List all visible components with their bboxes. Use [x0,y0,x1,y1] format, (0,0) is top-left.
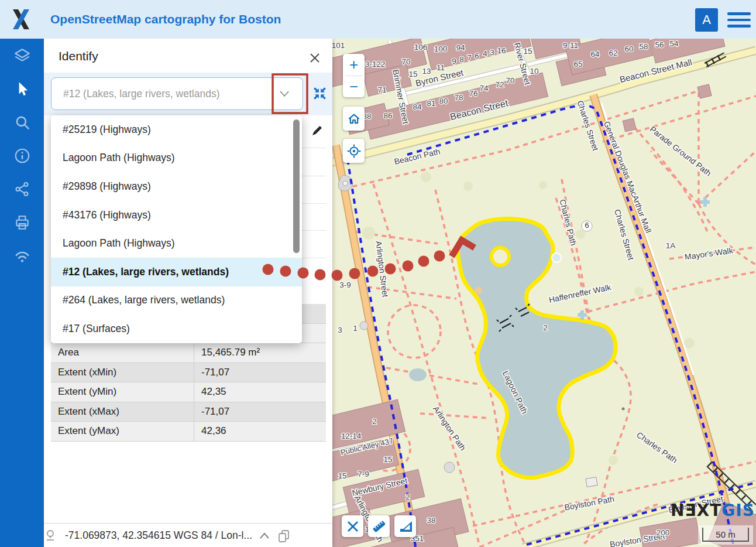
house-number: 100 [434,45,448,53]
wifi-icon [13,247,31,265]
chevron-down-icon [279,90,290,97]
app-header: OpenStreetMap cartography for Boston A [0,0,756,39]
sidebar-item-info[interactable] [0,139,44,172]
copy-icon[interactable] [277,529,291,543]
dropdown-item[interactable]: #17 (Surfaces) [51,314,302,343]
house-number: 64 [590,50,600,59]
street-label: General Douglas MacArthur Mall [602,120,654,234]
measure-area-button[interactable] [394,515,416,537]
house-number: 7 [467,53,472,62]
field-name: Extent (yMax) [51,422,194,441]
house-number: 106 [414,43,428,52]
zoom-out-button[interactable]: − [343,76,365,98]
sidebar-item-share[interactable] [0,172,44,206]
house-number: 84 [413,102,422,111]
menu-button[interactable] [727,12,751,28]
house-number: 6 [585,221,589,230]
house-number: 62 [609,49,617,57]
house-number: 101 [332,41,345,50]
field-value: 42,36 [194,422,326,441]
dropdown-item[interactable]: #12 (Lakes, large rivers, wetlands) [51,258,302,286]
map-canvas[interactable]: Byron StreetBeacon StreetBeacon Street M… [332,39,756,547]
edit-button[interactable] [311,124,325,138]
dropdown-item[interactable]: Lagoon Path (Highways) [51,144,302,173]
locate-button[interactable] [343,139,365,163]
dropdown-item[interactable]: #264 (Lakes, large rivers, wetlands) [51,286,302,315]
collapse-arrows-icon [312,86,328,101]
sidebar-item-print[interactable] [0,206,44,239]
house-number: 11 [437,63,445,72]
sidebar-item-search[interactable] [0,105,44,139]
ruler-icon [371,518,387,535]
house-number: 2 [372,417,377,426]
measure-distance-button[interactable] [368,515,390,537]
clear-measure-button[interactable] [342,515,363,537]
coordinates-value: -71.069873, 42.354615 WGS 84 / Lon-l... [65,529,252,542]
house-number: 12-14 [341,432,362,440]
field-value: 42,35 [194,382,326,402]
street-label: Charles Path [635,430,679,465]
house-number: 15 [408,70,417,78]
house-number: 71 [377,86,386,94]
page-title: OpenStreetMap cartography for Boston [50,0,281,39]
layers-icon [13,47,31,64]
feature-select[interactable]: #12 (Lakes, large rivers, wetlands) [51,77,303,110]
zoom-in-button[interactable]: + [343,54,365,76]
table-row: Extent (xMax)-71,07 [51,402,326,422]
house-number: 6 [475,52,479,60]
home-icon [346,111,362,127]
house-number: 3-9 [339,281,351,289]
house-number: 3 [338,326,342,334]
locate-icon [346,143,362,159]
street-label: Arlington Path [431,404,468,452]
dropdown-item[interactable]: #29898 (Highways) [51,172,302,201]
house-number: 2 [543,323,548,332]
dropdown-item[interactable]: #43176 (Highways) [51,201,302,230]
coordinates-bar: -71.069873, 42.354615 WGS 84 / Lon-l... [44,523,332,547]
house-number: 1A [666,241,676,250]
house-number: 10 [530,67,538,76]
dropdown-item[interactable]: Lagoon Path (Highways) [51,229,302,258]
dropdown-scrollbar[interactable] [293,119,300,253]
house-number: 76 [469,89,477,98]
field-value: -71,07 [194,363,326,382]
street-label: Mayor's Walk [684,245,734,262]
house-number: 86 [383,111,392,120]
print-icon [13,214,31,231]
house-number: 200 [657,528,670,537]
sidebar-item-offline[interactable] [0,239,44,272]
close-icon[interactable] [308,52,324,67]
house-number: 1 [353,324,358,333]
house-number: 70 [401,57,410,66]
house-number: 74 [479,84,489,93]
house-number: 38 [427,516,435,525]
dropdown-item[interactable]: #25219 (Highways) [51,115,302,144]
field-value: -71,07 [194,402,326,422]
field-name: Extent (yMin) [51,382,194,402]
account-button[interactable]: A [695,8,718,32]
house-number: 7-9 [358,470,369,478]
home-button[interactable] [343,107,365,131]
house-number: 13 [422,67,431,76]
table-row: Extent (yMin)42,35 [51,382,326,402]
house-number: 56 [655,40,664,49]
sidebar-item-layers[interactable] [0,39,44,72]
house-number: 9-11 [563,41,578,50]
chevron-up-icon[interactable] [258,531,271,541]
pointer-icon [13,80,31,98]
house-number: 78 [454,93,463,102]
house-number: 9 [452,57,456,66]
field-name: Extent (xMin) [51,363,194,382]
zoom-to-feature-button[interactable] [312,86,328,101]
house-number: 81 [427,99,435,108]
house-number: 15 [383,455,392,464]
street-label: Boylston Path [563,494,615,512]
house-number: 94 [456,43,465,52]
zoom-control: + − [343,54,365,97]
sidebar-item-identify[interactable] [0,72,44,105]
pencil-icon [311,124,324,137]
identify-panel: Identify Area15,465.79 m²Extent (xMin)-7… [44,39,332,547]
house-number: 8 [459,55,464,64]
area-triangle-icon [398,519,413,534]
house-number: 3-122 [365,60,386,69]
